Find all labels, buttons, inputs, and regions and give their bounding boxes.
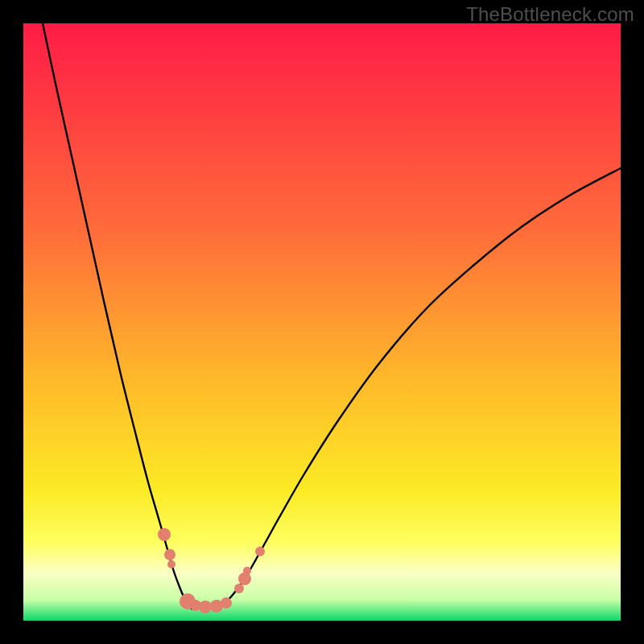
highlight-dot (167, 560, 175, 568)
highlight-dot (164, 549, 175, 560)
highlight-dot (199, 601, 212, 613)
highlight-dot (158, 528, 171, 541)
highlight-dot (234, 584, 244, 593)
bottleneck-curve (43, 23, 621, 609)
highlight-dot (238, 572, 251, 585)
bottleneck-curve-layer (23, 23, 621, 621)
chart-frame (23, 23, 621, 621)
highlight-dot (255, 547, 265, 556)
watermark-text: TheBottleneck.com (466, 3, 634, 26)
highlight-dot (243, 567, 251, 575)
highlight-dot (221, 597, 232, 609)
